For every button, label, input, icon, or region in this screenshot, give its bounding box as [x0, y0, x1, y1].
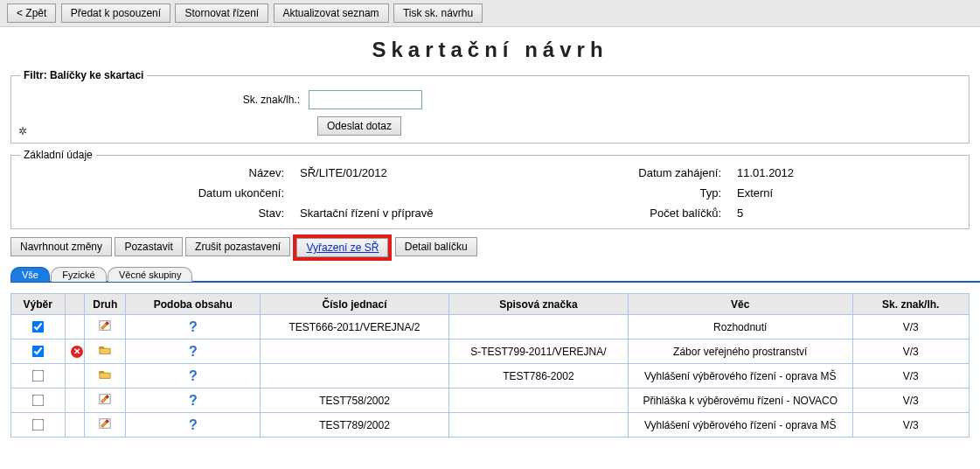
value-datum-zahajeni: 11.01.2012 — [737, 166, 912, 179]
grid-wrap: Výběr Druh Podoba obsahu Číslo jednací S… — [10, 293, 970, 438]
folder-icon — [98, 344, 112, 359]
label-datum-ukonceni: Datum ukončení: — [20, 186, 300, 200]
cell-spisova-znacka — [448, 315, 628, 340]
action-bar: Navrhnout změny Pozastavit Zrušit pozast… — [10, 234, 970, 261]
cell-spisova-znacka: S-TEST799-2011/VEREJNA/ — [448, 340, 628, 364]
highlight-frame: Vyřazení ze SŘ — [293, 234, 392, 261]
unknown-content-icon: ? — [189, 368, 198, 384]
cell-spisova-znacka — [448, 388, 628, 413]
col-header-druh: Druh — [85, 294, 126, 315]
refresh-list-button[interactable]: Aktualizovat seznam — [274, 4, 389, 23]
document-icon — [98, 319, 112, 334]
remove-from-sr-button[interactable]: Vyřazení ze SŘ — [296, 238, 388, 257]
row-checkbox[interactable] — [32, 321, 45, 333]
top-toolbar: < Zpět Předat k posouzení Stornovat říze… — [0, 0, 980, 27]
filter-fieldset: Filtr: Balíčky ke skartaci Sk. znak/lh.:… — [10, 69, 970, 144]
value-stav: Skartační řízení v přípravě — [300, 206, 606, 220]
table-row[interactable]: ✕?S-TEST799-2011/VEREJNA/Zábor veřejného… — [11, 340, 970, 364]
submit-review-button[interactable]: Předat k posouzení — [61, 4, 170, 23]
cell-vec: Rozhodnutí — [628, 315, 852, 340]
tab-all[interactable]: Vše — [10, 267, 50, 282]
label-typ: Typ: — [606, 186, 737, 200]
tab-physical[interactable]: Fyzické — [51, 267, 106, 282]
cell-cislo-jednaci: TEST666-2011/VEREJNA/2 — [261, 315, 449, 340]
packages-table: Výběr Druh Podoba obsahu Číslo jednací S… — [10, 293, 970, 438]
unknown-content-icon: ? — [189, 417, 198, 433]
page-title: Skartační návrh — [0, 38, 980, 62]
cancel-proceeding-button[interactable]: Stornovat řízení — [175, 4, 268, 23]
unknown-content-icon: ? — [189, 319, 198, 335]
table-row[interactable]: ?TEST666-2011/VEREJNA/2RozhodnutíV/3 — [11, 315, 970, 340]
col-header-spis: Spisová značka — [448, 294, 628, 315]
delete-flag-icon: ✕ — [71, 346, 83, 358]
label-stav: Stav: — [20, 206, 300, 220]
row-checkbox[interactable] — [32, 346, 45, 358]
col-header-flag — [65, 294, 85, 315]
cell-sk-znak: V/3 — [852, 340, 969, 364]
cell-vec: Vyhlášení výběrového řízení - oprava MŠ — [628, 413, 852, 438]
unknown-content-icon: ? — [189, 393, 198, 409]
suspend-button[interactable]: Pozastavit — [115, 237, 182, 256]
value-typ: Externí — [737, 186, 912, 200]
cell-vec: Vyhlášení výběrového řízení - oprava MŠ — [628, 364, 852, 388]
col-header-vec: Věc — [628, 294, 852, 315]
document-icon — [98, 393, 112, 408]
col-header-vyber: Výběr — [11, 294, 66, 315]
submit-filter-button[interactable]: Odeslat dotaz — [317, 116, 401, 136]
table-row[interactable]: ?TEST789/2002Vyhlášení výběrového řízení… — [11, 413, 970, 438]
unsuspend-button[interactable]: Zrušit pozastavení — [185, 237, 290, 256]
package-detail-button[interactable]: Detail balíčku — [395, 237, 477, 256]
cell-sk-znak: V/3 — [852, 315, 969, 340]
value-nazev: SŘ/LITE/01/2012 — [300, 166, 606, 179]
folder-icon — [98, 368, 112, 383]
cell-cislo-jednaci — [261, 364, 449, 388]
cell-spisova-znacka: TEST786-2002 — [448, 364, 628, 388]
col-header-cj: Číslo jednací — [261, 294, 449, 315]
label-nazev: Název: — [20, 166, 300, 179]
tab-subject-groups[interactable]: Věcné skupiny — [108, 267, 193, 282]
table-row[interactable]: ?TEST758/2002Přihláška k výběrovému říze… — [11, 388, 970, 413]
cell-vec: Zábor veřejného prostranství — [628, 340, 852, 364]
col-header-podoba: Podoba obsahu — [126, 294, 261, 315]
tabs: Vše Fyzické Věcné skupiny — [10, 266, 980, 283]
sk-znak-input[interactable] — [309, 90, 422, 109]
reset-filter-icon[interactable]: ✲ — [18, 125, 27, 137]
cell-sk-znak: V/3 — [852, 413, 969, 438]
table-header-row: Výběr Druh Podoba obsahu Číslo jednací S… — [11, 294, 970, 315]
document-icon — [98, 417, 112, 432]
table-row[interactable]: ?TEST786-2002Vyhlášení výběrového řízení… — [11, 364, 970, 388]
cell-vec: Přihláška k výběrovému řízení - NOVACO — [628, 388, 852, 413]
col-header-znak: Sk. znak/lh. — [852, 294, 969, 315]
basic-info-fieldset: Základní údaje Název: SŘ/LITE/01/2012 Da… — [10, 149, 970, 229]
unknown-content-icon: ? — [189, 344, 198, 360]
filter-legend: Filtr: Balíčky ke skartaci — [20, 69, 147, 81]
cell-cislo-jednaci — [261, 340, 449, 364]
cell-cislo-jednaci: TEST758/2002 — [261, 388, 449, 413]
label-pocet: Počet balíčků: — [606, 206, 737, 220]
row-checkbox[interactable] — [32, 370, 45, 382]
label-datum-zahajeni: Datum zahájení: — [606, 166, 737, 179]
row-checkbox[interactable] — [32, 395, 45, 407]
cell-spisova-znacka — [448, 413, 628, 438]
propose-changes-button[interactable]: Navrhnout změny — [10, 237, 112, 256]
basic-info-legend: Základní údaje — [20, 149, 96, 161]
cell-cislo-jednaci: TEST789/2002 — [261, 413, 449, 438]
row-checkbox[interactable] — [32, 419, 45, 431]
cell-sk-znak: V/3 — [852, 364, 969, 388]
value-pocet: 5 — [737, 206, 912, 220]
cell-sk-znak: V/3 — [852, 388, 969, 413]
back-button[interactable]: < Zpět — [7, 4, 56, 23]
print-proposal-button[interactable]: Tisk sk. návrhu — [393, 4, 483, 23]
sk-znak-label: Sk. znak/lh.: — [20, 94, 309, 106]
